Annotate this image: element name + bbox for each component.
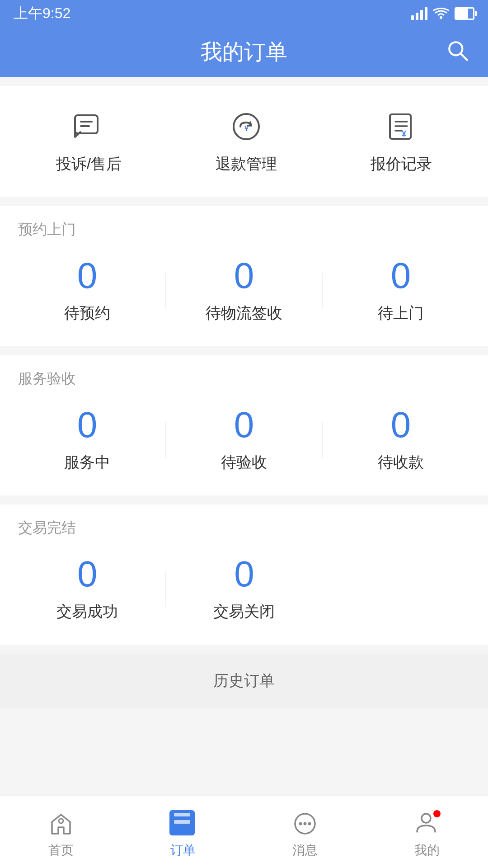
- wifi-icon: [433, 7, 449, 20]
- nav-item-order[interactable]: 订单: [122, 806, 244, 859]
- svg-point-17: [59, 819, 63, 823]
- history-order-text: 历史订单: [213, 670, 275, 691]
- search-icon: [446, 39, 470, 63]
- page-title: 我的订单: [201, 38, 287, 66]
- status-bar: 上午9:52: [0, 0, 488, 27]
- svg-text:¥: ¥: [244, 125, 249, 132]
- pending-payment-item[interactable]: 0 待收款: [323, 407, 479, 473]
- in-service-count: 0: [77, 407, 98, 443]
- pending-payment-label: 待收款: [378, 452, 424, 473]
- pending-payment-count: 0: [391, 407, 411, 443]
- nav-item-home[interactable]: 首页: [0, 806, 122, 859]
- nav-label-message: 消息: [292, 842, 318, 859]
- reservation-section: 预约上门 0 待预约 0 待物流签收 0 待上门: [0, 206, 488, 346]
- status-time: 上午9:52: [14, 4, 70, 24]
- order-icon: [169, 810, 195, 835]
- bottom-nav: 首页 订单 消息 我的: [0, 796, 488, 868]
- svg-point-4: [440, 16, 442, 19]
- order-icon-wrapper: [169, 810, 197, 837]
- status-icons: [411, 7, 474, 20]
- quote-label: 报价记录: [371, 154, 432, 175]
- quick-action-quote[interactable]: ¥ 报价记录: [371, 108, 432, 175]
- notification-dot: [433, 810, 441, 817]
- pending-reserve-count: 0: [77, 258, 98, 294]
- refund-label: 退款管理: [216, 154, 277, 175]
- svg-point-21: [308, 822, 311, 825]
- service-section: 服务验收 0 服务中 0 待验收 0 待收款: [0, 355, 488, 495]
- quick-action-complaint[interactable]: 投诉/售后: [56, 108, 122, 175]
- in-service-label: 服务中: [64, 452, 110, 473]
- in-service-item[interactable]: 0 服务中: [9, 407, 165, 473]
- pending-reserve-item[interactable]: 0 待预约: [9, 258, 165, 324]
- pending-acceptance-count: 0: [234, 407, 254, 443]
- pending-reserve-label: 待预约: [64, 303, 110, 324]
- nav-item-mine[interactable]: 我的: [366, 806, 488, 859]
- trade-closed-label: 交易关闭: [213, 601, 275, 622]
- history-order[interactable]: 历史订单: [0, 654, 488, 708]
- nav-item-message[interactable]: 消息: [244, 806, 366, 859]
- svg-point-22: [422, 814, 431, 823]
- quote-icon: ¥: [383, 108, 419, 145]
- svg-rect-0: [411, 15, 414, 20]
- signal-icon: [411, 7, 427, 20]
- pending-visit-label: 待上门: [378, 303, 424, 324]
- refund-icon: ¥: [228, 108, 264, 145]
- svg-text:¥: ¥: [402, 129, 406, 138]
- pending-acceptance-item[interactable]: 0 待验收: [166, 407, 322, 473]
- pending-logistics-item[interactable]: 0 待物流签收: [166, 258, 322, 324]
- svg-point-19: [299, 822, 302, 825]
- nav-label-home: 首页: [48, 842, 74, 859]
- transaction-grid: 0 交易成功 0 交易关闭 0 占位: [0, 542, 488, 645]
- nav-label-mine: 我的: [414, 842, 440, 859]
- svg-rect-1: [416, 13, 418, 20]
- reservation-title: 预约上门: [0, 206, 488, 244]
- message-icon: [291, 810, 319, 837]
- svg-rect-7: [75, 115, 98, 133]
- service-title: 服务验收: [0, 355, 488, 393]
- pending-logistics-count: 0: [234, 258, 254, 294]
- trade-success-label: 交易成功: [56, 601, 118, 622]
- svg-point-20: [304, 822, 307, 825]
- svg-rect-3: [425, 7, 427, 20]
- trade-closed-count: 0: [234, 556, 254, 592]
- nav-label-order: 订单: [170, 842, 196, 859]
- svg-rect-2: [420, 10, 423, 20]
- battery-icon: [455, 7, 474, 20]
- pending-acceptance-label: 待验收: [221, 452, 267, 473]
- trade-closed-item[interactable]: 0 交易关闭: [166, 556, 322, 622]
- transaction-title: 交易完结: [0, 505, 488, 542]
- transaction-section: 交易完结 0 交易成功 0 交易关闭 0 占位: [0, 505, 488, 645]
- search-button[interactable]: [446, 39, 470, 65]
- pending-visit-count: 0: [391, 258, 411, 294]
- service-grid: 0 服务中 0 待验收 0 待收款: [0, 393, 488, 495]
- complaint-label: 投诉/售后: [56, 154, 122, 175]
- quick-action-refund[interactable]: ¥ 退款管理: [216, 108, 277, 175]
- trade-success-count: 0: [77, 556, 98, 592]
- pending-visit-item[interactable]: 0 待上门: [323, 258, 479, 324]
- svg-line-6: [460, 53, 467, 60]
- pending-logistics-label: 待物流签收: [206, 303, 282, 324]
- header: 我的订单: [0, 27, 488, 77]
- home-icon: [47, 810, 75, 837]
- trade-success-item[interactable]: 0 交易成功: [9, 556, 165, 622]
- reservation-grid: 0 待预约 0 待物流签收 0 待上门: [0, 244, 488, 346]
- quick-actions: 投诉/售后 ¥ 退款管理 ¥ 报价记录: [0, 86, 488, 197]
- complaint-icon: [70, 108, 107, 145]
- mine-icon-wrapper: [413, 810, 441, 837]
